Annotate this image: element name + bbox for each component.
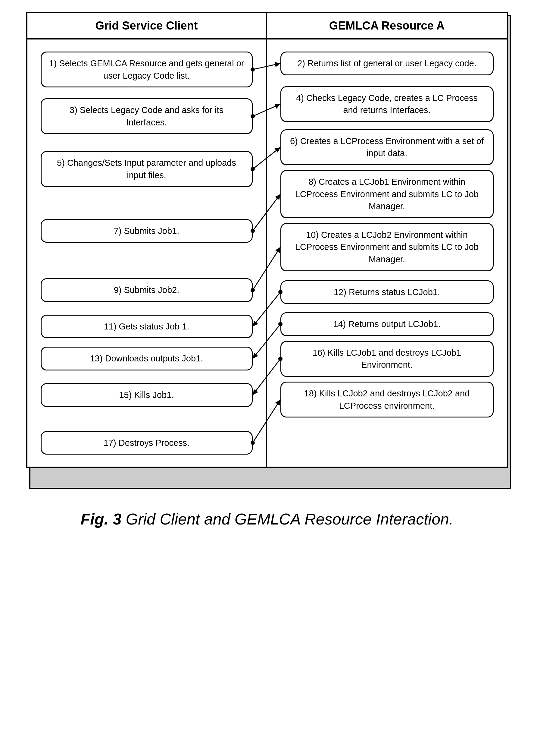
right-column-title: GEMLCA Resource A [267,13,507,38]
step-1-box: 1) Selects GEMLCA Resource and gets gene… [41,52,253,87]
step-13-box: 13) Downloads outputs Job1. [41,347,253,370]
step-12-box: 12) Returns status LCJob1. [280,280,494,304]
step-18-box: 18) Kills LCJob2 and destroys LCJob2 and… [280,382,494,418]
diagram-body: 1) Selects GEMLCA Resource and gets gene… [27,40,507,467]
step-4-box: 4) Checks Legacy Code, creates a LC Proc… [280,86,494,122]
diagram-header: Grid Service Client GEMLCA Resource A [27,13,507,40]
left-steps-column: 1) Selects GEMLCA Resource and gets gene… [27,40,267,467]
sequence-diagram: Grid Service Client GEMLCA Resource A 1)… [26,12,508,468]
step-14-box: 14) Returns output LCJob1. [280,312,494,336]
step-8-box: 8) Creates a LCJob1 Environment within L… [280,170,494,218]
step-11-box: 11) Gets status Job 1. [41,315,253,338]
step-16-box: 16) Kills LCJob1 and destroys LCJob1 Env… [280,341,494,377]
step-10-box: 10) Creates a LCJob2 Environment within … [280,223,494,271]
left-column-title: Grid Service Client [27,13,267,38]
figure-caption: Fig. 3 Grid Client and GEMLCA Resource I… [26,510,508,528]
step-3-box: 3) Selects Legacy Code and asks for its … [41,98,253,134]
fig-description: Grid Client and GEMLCA Resource Interact… [126,510,454,528]
step-7-box: 7) Submits Job1. [41,219,253,243]
step-9-box: 9) Submits Job2. [41,278,253,302]
right-steps-column: 2) Returns list of general or user Legac… [267,40,507,467]
step-5-box: 5) Changes/Sets Input parameter and uplo… [41,151,253,187]
step-17-box: 17) Destroys Process. [41,431,253,455]
step-6-box: 6) Creates a LCProcess Environment with … [280,129,494,165]
step-15-box: 15) Kills Job1. [41,383,253,407]
step-2-box: 2) Returns list of general or user Legac… [280,52,494,75]
fig-label: Fig. 3 [81,510,122,528]
